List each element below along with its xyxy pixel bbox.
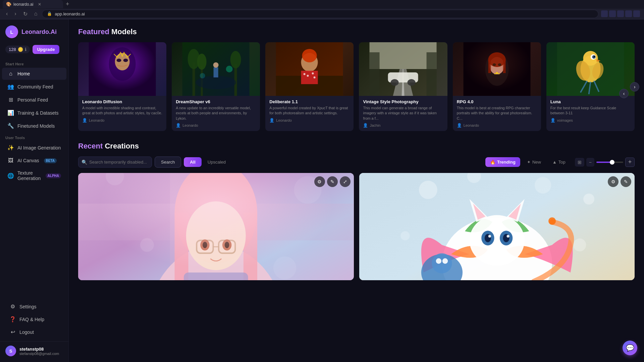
ai-image-icon: ✨ [7, 144, 14, 151]
sidebar-item-finetuned[interactable]: 🔧 Finetuned Models [2, 120, 66, 132]
back-button[interactable]: ‹ [4, 9, 10, 18]
sidebar-item-ai-image[interactable]: ✨ AI Image Generation [2, 141, 66, 154]
creature-card-action-2[interactable]: ✎ [621, 176, 631, 187]
logout-icon: ↩ [9, 329, 16, 335]
model-img-deliberate [265, 42, 354, 96]
grid-view-btn[interactable]: ⊞ [575, 158, 584, 167]
sort-top-btn[interactable]: ▲ Top [548, 157, 570, 167]
model-card-rpg[interactable]: RPG 4.0 This model is best at creating R… [453, 42, 541, 131]
model-desc-luna: For the best result keep Guidance Scale … [550, 106, 631, 116]
image-card-creature[interactable]: ⚙ ✎ [359, 173, 635, 280]
svg-rect-73 [184, 273, 248, 280]
svg-rect-63 [175, 213, 189, 280]
home-button[interactable]: ⌂ [32, 9, 40, 18]
sidebar-item-canvas[interactable]: 🖼 AI Canvas BETA [2, 155, 66, 167]
model-card-body-luna: Luna For the best result keep Guidance S… [546, 96, 635, 126]
chat-button[interactable]: 💬 [623, 341, 637, 355]
svg-rect-39 [503, 60, 505, 73]
upgrade-button[interactable]: Upgrade [33, 45, 60, 54]
sidebar-item-home[interactable]: ⌂ Home [2, 68, 66, 80]
start-here-label: Start Here [0, 59, 68, 67]
model-img-leonardo-diffusion [78, 42, 166, 96]
model-card-deliberate[interactable]: Deliberate 1.1 A powerful model created … [265, 42, 354, 131]
tab-close-btn[interactable]: ✕ [38, 2, 41, 7]
svg-point-5 [123, 59, 128, 62]
search-button[interactable]: Search [155, 157, 181, 168]
svg-point-15 [213, 62, 219, 68]
model-desc-ld: A model with incredible shading and cont… [82, 106, 162, 116]
anime-card-action-3[interactable]: ⤢ [340, 176, 351, 187]
svg-point-90 [432, 253, 452, 274]
model-card-body-ds: DreamShaper v6 A new update to an incred… [172, 96, 260, 131]
sidebar-item-training[interactable]: 📊 Training & Datasets [2, 107, 66, 119]
sidebar-item-faq[interactable]: ❓ FAQ & Help [4, 313, 64, 325]
credits-row: 128 🪙 ℹ Upgrade [0, 42, 68, 59]
new-tab-button[interactable]: + [63, 1, 72, 8]
user-email: stefanstp08@gmail.com [19, 352, 63, 356]
model-img-luna [546, 42, 635, 96]
search-input[interactable] [78, 157, 152, 168]
add-column-btn[interactable]: + [625, 158, 635, 167]
svg-point-42 [498, 73, 499, 74]
sidebar-label-community: Community Feed [17, 84, 53, 89]
model-card-leonardo-diffusion[interactable]: Leonardo Diffusion A model with incredib… [78, 42, 166, 131]
search-icon: 🔍 [82, 160, 87, 165]
svg-point-80 [573, 239, 586, 251]
search-wrap: 🔍 [78, 157, 152, 168]
svg-point-57 [106, 173, 124, 185]
scroll-right-btn[interactable]: › [630, 82, 639, 92]
svg-point-77 [535, 177, 551, 193]
credits-info-icon[interactable]: ℹ [25, 47, 26, 52]
address-text: app.leonardo.ai [55, 11, 85, 16]
browser-tab[interactable]: 🎨 leonardo.ai ✕ [3, 0, 63, 8]
model-title-vint: Vintage Style Photography [363, 99, 443, 104]
sidebar-item-settings[interactable]: ⚙ Settings [4, 300, 64, 313]
forward-button[interactable]: › [12, 9, 18, 18]
svg-point-41 [494, 73, 495, 74]
svg-point-82 [469, 215, 524, 266]
terms-link[interactable]: Terms of service [0, 360, 68, 362]
filter-upscaled-tab[interactable]: Upscaled [202, 157, 232, 167]
svg-point-16 [226, 66, 233, 72]
top-icon: ▲ [552, 160, 557, 165]
model-card-vintage[interactable]: Vintage Style Photography This model can… [359, 42, 447, 131]
sidebar-label-canvas: AI Canvas [17, 158, 39, 163]
sort-new-btn[interactable]: ✦ New [522, 157, 546, 167]
personal-icon: ⊞ [7, 97, 14, 103]
zoom-out-btn[interactable]: − [586, 158, 594, 167]
credits-coin-icon: 🪙 [18, 47, 23, 52]
svg-rect-30 [427, 52, 437, 96]
image-card-anime[interactable]: ⚙ ✎ ⤢ [78, 173, 354, 280]
author-icon-luna: 👤 [550, 118, 555, 123]
address-bar[interactable]: 🔒 app.leonardo.ai [42, 10, 598, 18]
finetuned-icon: 🔧 [7, 123, 14, 129]
zoom-slider[interactable] [596, 162, 623, 163]
svg-rect-54 [78, 173, 354, 280]
user-name: stefanstp08 [19, 347, 63, 352]
scroll-left-btn[interactable]: ‹ [619, 89, 629, 98]
svg-rect-66 [197, 240, 213, 253]
sidebar-item-community-feed[interactable]: 👥 Community Feed [2, 80, 66, 93]
filter-all-tab[interactable]: All [184, 157, 202, 167]
sidebar-item-personal-feed[interactable]: ⊞ Personal Feed [2, 94, 66, 106]
sidebar-label-settings: Settings [19, 304, 37, 309]
model-card-dreamshaper[interactable]: DreamShaper v6 A new update to an incred… [172, 42, 260, 131]
model-title-del: Deliberate 1.1 [269, 99, 350, 104]
sidebar-label-training: Training & Datasets [17, 110, 58, 116]
sidebar-item-logout[interactable]: ↩ Logout [4, 326, 64, 338]
sort-trending-btn[interactable]: 🔥 Trending [485, 157, 520, 167]
model-author-del: 👤 Leonardo [269, 118, 350, 123]
model-desc-rpg: This model is best at creating RPG chara… [457, 106, 537, 121]
author-icon-rpg: 👤 [457, 123, 462, 128]
model-card-body-del: Deliberate 1.1 A powerful model created … [265, 96, 354, 126]
model-card-body-vint: Vintage Style Photography This model can… [359, 96, 447, 131]
recent-section: Recent Creations 🔍 Search All Upscaled [78, 142, 635, 280]
anime-card-action-1[interactable]: ⚙ [314, 176, 325, 187]
sidebar-label-texture: Texture Generation [17, 170, 41, 181]
model-card-luna[interactable]: Luna For the best result keep Guidance S… [546, 42, 635, 131]
sidebar-item-texture[interactable]: 🌐 Texture Generation ALPHA [2, 167, 66, 184]
svg-rect-11 [234, 64, 237, 96]
creature-card-action-1[interactable]: ⚙ [608, 176, 619, 187]
refresh-button[interactable]: ↻ [21, 9, 30, 18]
anime-card-action-2[interactable]: ✎ [327, 176, 338, 187]
